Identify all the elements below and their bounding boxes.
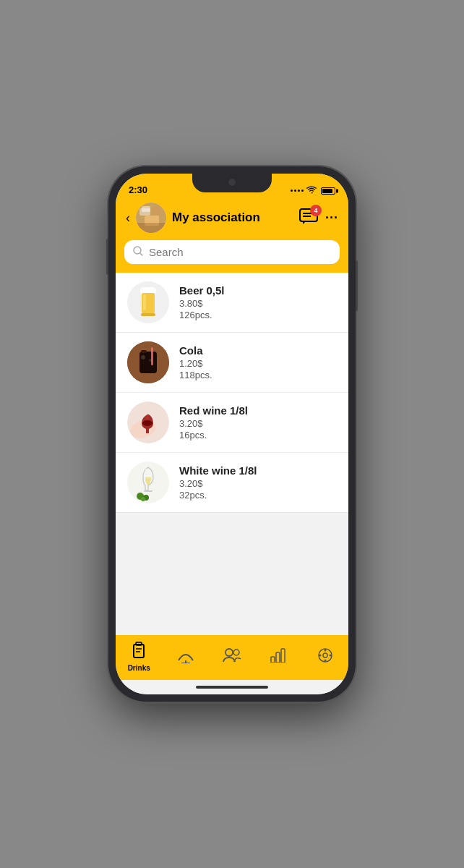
- search-container: [116, 240, 348, 273]
- svg-rect-38: [271, 657, 275, 663]
- list-item[interactable]: White wine 1/8l 3.20$ 32pcs.: [116, 453, 348, 513]
- settings-icon: [317, 647, 333, 667]
- item-name: Cola: [179, 344, 337, 357]
- beer-icon: [138, 287, 158, 318]
- bottom-nav: Drinks: [116, 635, 348, 680]
- list-item[interactable]: Beer 0,5l 3.80$ 126pcs.: [116, 273, 348, 333]
- svg-rect-4: [136, 223, 166, 233]
- svg-point-45: [319, 654, 321, 656]
- item-image-white-wine: [127, 461, 169, 503]
- page-title: My association: [172, 210, 293, 225]
- drinks-icon: [131, 642, 147, 663]
- white-wine-icon: [127, 461, 169, 503]
- svg-point-42: [323, 653, 327, 658]
- item-name: Beer 0,5l: [179, 284, 337, 297]
- camera: [228, 179, 236, 186]
- svg-point-44: [324, 659, 326, 661]
- phone-screen: 2:30: [116, 174, 348, 694]
- svg-point-36: [225, 649, 233, 656]
- svg-rect-26: [144, 490, 152, 492]
- item-info-cola: Cola 1.20$ 118pcs.: [179, 344, 337, 380]
- members-icon: [223, 648, 241, 666]
- svg-rect-30: [134, 644, 144, 658]
- search-bar: [124, 240, 340, 264]
- item-image-cola: [127, 341, 169, 383]
- nav-item-settings[interactable]: [302, 647, 348, 667]
- item-name: White wine 1/8l: [179, 464, 337, 477]
- svg-point-29: [141, 497, 145, 501]
- search-icon: [133, 246, 143, 258]
- signal-dots: [291, 190, 304, 192]
- drinks-label: Drinks: [128, 664, 150, 672]
- item-price: 3.20$: [179, 418, 337, 429]
- svg-rect-18: [141, 350, 147, 353]
- messages-button[interactable]: 4: [299, 208, 318, 227]
- svg-point-43: [324, 649, 326, 651]
- item-image-red-wine: [127, 401, 169, 443]
- svg-rect-39: [276, 652, 280, 663]
- svg-rect-21: [151, 347, 153, 365]
- phone-frame: 2:30: [108, 166, 356, 702]
- item-info-red-wine: Red wine 1/8l 3.20$ 16pcs.: [179, 404, 337, 441]
- svg-rect-40: [281, 649, 285, 663]
- item-qty: 126pcs.: [179, 310, 337, 320]
- items-list: Beer 0,5l 3.80$ 126pcs.: [116, 273, 348, 635]
- back-button[interactable]: ‹: [126, 210, 130, 226]
- empty-area: [116, 513, 348, 635]
- red-wine-icon: [127, 401, 169, 443]
- item-info-white-wine: White wine 1/8l 3.20$ 32pcs.: [179, 464, 337, 501]
- nav-item-food[interactable]: [162, 647, 208, 667]
- svg-rect-14: [143, 294, 146, 310]
- item-price: 3.20$: [179, 478, 337, 489]
- item-qty: 16pcs.: [179, 430, 337, 441]
- list-item[interactable]: Cola 1.20$ 118pcs.: [116, 333, 348, 393]
- svg-line-9: [140, 253, 142, 255]
- item-price: 3.80$: [179, 298, 337, 309]
- svg-rect-17: [139, 352, 157, 373]
- item-image-beer: [127, 281, 169, 323]
- notification-badge: 4: [310, 205, 322, 216]
- item-name: Red wine 1/8l: [179, 404, 337, 417]
- wifi-icon: [306, 186, 317, 195]
- nav-item-stats[interactable]: [255, 648, 301, 666]
- status-time: 2:30: [129, 184, 147, 195]
- nav-item-drinks[interactable]: Drinks: [116, 642, 162, 672]
- avatar: [136, 203, 166, 233]
- header: ‹ My association: [116, 198, 348, 240]
- svg-rect-15: [141, 313, 155, 316]
- stats-icon: [270, 648, 286, 666]
- home-indicator: [116, 680, 348, 694]
- item-info-beer: Beer 0,5l 3.80$ 126pcs.: [179, 284, 337, 320]
- svg-point-46: [329, 654, 331, 656]
- svg-point-24: [142, 420, 152, 426]
- header-actions: 4 ···: [299, 208, 338, 227]
- nav-item-members[interactable]: [209, 648, 255, 666]
- item-qty: 118pcs.: [179, 370, 337, 380]
- svg-point-37: [233, 650, 239, 655]
- search-input[interactable]: [149, 246, 331, 258]
- status-icons: [291, 186, 335, 195]
- food-icon: [177, 647, 194, 667]
- item-price: 1.20$: [179, 358, 337, 369]
- svg-point-3: [152, 207, 160, 216]
- list-item[interactable]: Red wine 1/8l 3.20$ 16pcs.: [116, 393, 348, 453]
- more-button[interactable]: ···: [325, 210, 338, 226]
- svg-point-19: [141, 355, 145, 359]
- battery-icon: [321, 187, 335, 195]
- cola-icon: [127, 341, 169, 383]
- home-bar: [196, 686, 268, 689]
- item-qty: 32pcs.: [179, 490, 337, 501]
- notch: [192, 174, 272, 192]
- svg-rect-1: [139, 208, 150, 216]
